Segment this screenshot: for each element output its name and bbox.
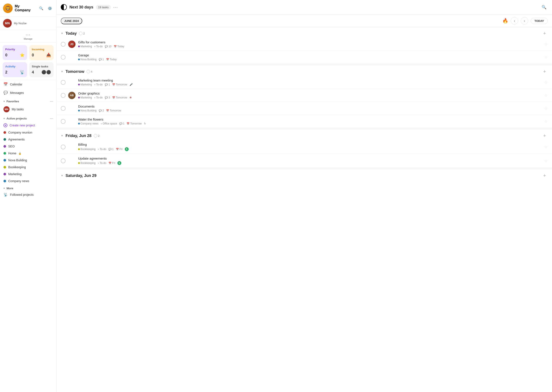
meta-project-name-update-agreements: Bookkeeping [80,161,95,165]
project-item-seo[interactable]: SEO [0,143,56,150]
meta-project-marketing-meeting: Marketing [78,83,92,86]
task-star-update-agreements[interactable]: ☆ [544,159,548,163]
project-item-home[interactable]: Home 🔒 [0,150,56,157]
friday-count: 2 [94,134,100,137]
meta-dot-water-flowers [78,123,80,125]
active-projects-more-icon[interactable]: ··· [50,116,53,121]
task-checkbox-water-flowers[interactable] [61,119,65,124]
meta-category-gifts: ≡ To-do [94,45,103,48]
meta-date-billing-value: Fri [120,148,122,151]
saturday-chevron[interactable]: ▼ [61,174,63,177]
task-star-marketing-meeting[interactable]: ☆ [544,80,548,85]
project-label-nova-building: Nova Building [8,159,27,162]
tomorrow-chevron[interactable]: ▼ [61,70,63,73]
single-tasks-card[interactable]: Single tasks 4 ⚫⚫ [29,62,54,77]
incoming-card[interactable]: Incoming 0 📥 [29,45,54,60]
meta-project-name-order-graphics: Marketing [80,96,92,99]
task-water-flowers[interactable]: Water the flowers Company news ≡ Office … [57,115,552,128]
home-lock-icon: 🔒 [18,152,22,155]
meta-dot-documents [78,110,80,112]
task-avatar-gifts: JD [68,41,76,48]
favorites-chevron[interactable]: ▼ [3,100,5,103]
meta-project-gifts: Marketing [78,45,92,48]
today-add-button[interactable]: + [542,30,548,36]
next-arrow-button[interactable]: › [521,17,528,25]
friday-chevron[interactable]: ▼ [61,134,63,137]
saturday-add-button[interactable]: + [542,173,548,179]
task-checkbox-marketing-meeting[interactable] [61,80,65,85]
settings-button[interactable]: ⚙️ [47,5,53,12]
meta-comments-documents: 💬 2 [99,109,104,112]
project-item-agreements[interactable]: Agreements [0,136,56,143]
nav-calendar[interactable]: 📅 Calendar [0,80,56,88]
single-icon: ⚫⚫ [42,70,51,75]
task-star-water-flowers[interactable]: ☆ [544,119,548,124]
task-star-garage[interactable]: ☆ [544,55,548,60]
prev-arrow-button[interactable]: ‹ [511,17,518,25]
task-checkbox-documents[interactable] [61,106,65,111]
meta-comments-order-graphics: 💬 3 [105,96,110,99]
task-content-gifts: Gifts for customers Marketing ≡ To-do 💬 [78,40,542,48]
main-search-button[interactable]: 🔍 [540,3,548,11]
main-menu-icon[interactable]: ··· [114,5,118,10]
project-label-company-news: Company news [8,179,29,183]
today-button[interactable]: TODAY [531,18,548,24]
task-update-agreements[interactable]: Update agreements Bookkeeping ≡ To-do 📅 [57,154,552,168]
today-chevron[interactable]: ▼ [61,32,63,35]
project-label-marketing: Marketing [8,172,22,176]
project-item-bookkeeping[interactable]: Bookkeeping [0,164,56,171]
active-projects-chevron[interactable]: ▼ [3,117,5,120]
task-name-order-graphics: Order graphics [78,91,542,95]
task-garage[interactable]: Garage Nova Building 💬 1 📅 Today [57,51,552,64]
task-checkbox-order-graphics[interactable] [61,93,65,98]
task-checkbox-billing[interactable] [61,145,65,149]
meta-date-billing: 📅 Fri [116,148,122,151]
followed-projects-item[interactable]: 📡 Followed projects [0,191,56,198]
task-star-gifts[interactable]: ☆ [544,42,548,47]
task-star-order-graphics[interactable]: ☆ [544,93,548,98]
task-checkbox-garage[interactable] [61,55,65,60]
date-icon-garage: 📅 [106,58,109,61]
project-item-nova-building[interactable]: Nova Building [0,157,56,164]
task-documents[interactable]: Documents Nova Building 💬 2 📅 Tomorro [57,102,552,115]
task-meta-garage: Nova Building 💬 1 📅 Today [78,58,542,61]
task-order-graphics[interactable]: AB Order graphics Marketing ≡ To-do [57,89,552,102]
friday-circle-icon [94,134,97,137]
task-billing[interactable]: Billing Bookkeeping ≡ To-do 💬 1 [57,140,552,154]
tomorrow-add-button[interactable]: + [542,69,548,75]
project-item-company-news[interactable]: Company news [0,178,56,184]
month-badge[interactable]: JUNE 2024 [61,18,82,24]
meta-dot-garage [78,59,80,60]
meta-date-garage: 📅 Today [106,58,117,61]
task-star-billing[interactable]: ☆ [544,145,548,149]
create-project-item[interactable]: + Create new project [0,122,56,129]
comments-icon-billing: 💬 [108,148,112,151]
avatar[interactable]: MN [3,19,12,28]
meta-category-order-graphics: ≡ To-do [94,96,103,99]
project-item-company-reunion[interactable]: Company reunion [0,129,56,136]
task-star-documents[interactable]: ☆ [544,106,548,111]
project-item-marketing[interactable]: Marketing [0,171,56,178]
priority-row: 0 ⭐ [5,53,24,57]
task-checkbox-update-agreements[interactable] [61,159,65,163]
sidebar-item-my-tasks[interactable]: MN My tasks [0,105,56,114]
company-logo[interactable]: 🦁 [3,3,13,13]
friday-add-button[interactable]: + [542,133,548,139]
day-section-today: ▼ Today 2 + JD Gifts for customers [57,27,552,64]
favorites-more-icon[interactable]: ··· [50,99,53,104]
followed-projects-icon: 📡 [3,193,8,197]
task-checkbox-gifts[interactable] [61,42,65,47]
priority-card[interactable]: Priority 0 ⭐ [3,45,27,60]
category-icon-update-agreements: ≡ [98,162,99,164]
project-label-company-reunion: Company reunion [8,131,32,134]
task-content-billing: Billing Bookkeeping ≡ To-do 💬 1 [78,143,542,151]
messages-icon: 💬 [3,91,8,95]
manage-section[interactable]: ··· Manage [0,30,56,42]
more-chevron[interactable]: ▼ [3,187,5,189]
task-marketing-meeting[interactable]: Marketing team meeting Marketing ≡ To-do… [57,76,552,89]
search-button[interactable]: 🔍 [38,5,44,12]
meta-date-documents: 📅 Tomorrow [106,109,121,112]
nav-messages[interactable]: 💬 Messages [0,88,56,97]
task-gifts-for-customers[interactable]: JD Gifts for customers Marketing ≡ To-do [57,38,552,51]
activity-card[interactable]: Activity 2 📡 [3,62,27,77]
